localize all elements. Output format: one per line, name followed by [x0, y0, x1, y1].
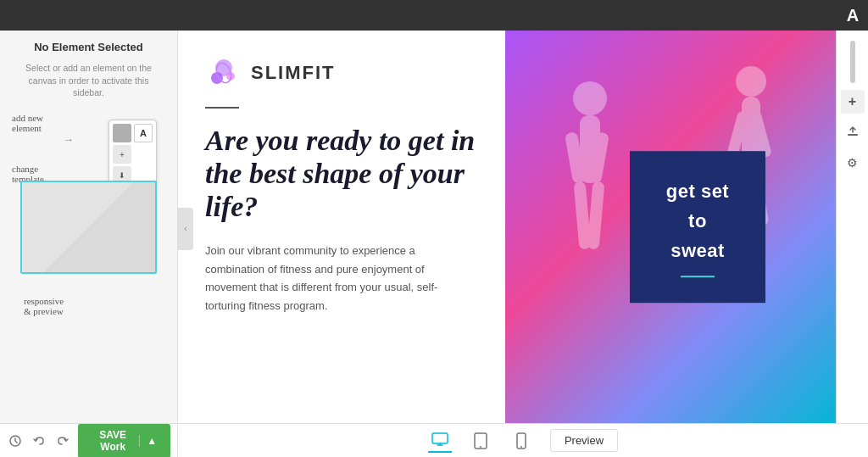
svg-point-4 — [573, 81, 607, 115]
arrow-add: → — [63, 133, 74, 146]
text-section: SLIMFIT Are you ready to get in the best… — [178, 31, 505, 423]
svg-point-20 — [480, 446, 481, 448]
top-bar: A — [0, 0, 868, 31]
redo-icon[interactable] — [54, 431, 71, 451]
cta-line1: get set — [647, 176, 748, 206]
canvas-preview-inner — [22, 182, 155, 272]
preview-button[interactable]: Preview — [550, 429, 618, 452]
cta-line2: to — [647, 206, 748, 236]
brand-logo: SLIMFIT — [205, 54, 478, 92]
svg-rect-9 — [587, 181, 605, 250]
desktop-device-icon[interactable] — [428, 429, 452, 453]
bottom-left: SAVE Work ▲ — [0, 424, 178, 458]
cta-underline — [681, 276, 715, 277]
svg-rect-16 — [848, 134, 858, 136]
sidebar-hint: Select or add an element on the canvas i… — [12, 62, 165, 99]
sidebar: No Element Selected Select or add an ele… — [0, 31, 178, 423]
brand-svg-icon — [205, 54, 242, 92]
collapse-handle[interactable]: ‹ — [178, 208, 193, 250]
add-tool-icon[interactable]: + — [841, 90, 865, 114]
brand-icon-top: A — [837, 0, 868, 31]
mobile-device-icon[interactable] — [509, 429, 533, 453]
upload-tool-icon[interactable] — [841, 120, 865, 144]
annotation-add-element: add new element — [12, 113, 43, 133]
scrollbar-thumb[interactable] — [850, 41, 855, 83]
save-arrow-icon[interactable]: ▲ — [139, 435, 157, 447]
tools-panel: + ⚙ — [836, 31, 868, 423]
right-panel: SLIMFIT Are you ready to get in the best… — [178, 31, 868, 423]
image-section: get set to sweat — [505, 31, 836, 423]
bottom-center: Preview — [178, 429, 868, 453]
toolbar-row-1: A — [113, 124, 153, 142]
brand-name: SLIMFIT — [251, 62, 336, 84]
canvas-preview[interactable] — [20, 181, 157, 274]
plus-btn[interactable]: + — [113, 145, 131, 164]
main-area: No Element Selected Select or add an ele… — [0, 31, 868, 423]
sidebar-title: No Element Selected — [12, 41, 165, 53]
divider-line — [205, 107, 239, 109]
headline: Are you ready to get in the best shape o… — [205, 124, 478, 223]
cta-line3: sweat — [647, 236, 748, 265]
save-work-label: SAVE Work — [92, 429, 134, 453]
bottom-bar: SAVE Work ▲ Preview — [0, 423, 868, 457]
page-content: SLIMFIT Are you ready to get in the best… — [178, 31, 836, 423]
shape-icon — [113, 124, 131, 142]
svg-point-22 — [520, 446, 522, 448]
history-icon[interactable] — [7, 431, 24, 451]
toolbar-row-2: + — [113, 145, 153, 164]
sidebar-annotations: A + ⬇ add new element change template → … — [12, 113, 165, 316]
gear-tool-icon[interactable]: ⚙ — [841, 151, 865, 175]
tablet-device-icon[interactable] — [469, 429, 492, 453]
canvas-area[interactable]: SLIMFIT Are you ready to get in the best… — [178, 31, 836, 423]
annotation-responsive: responsive & preview — [24, 296, 64, 316]
save-work-button[interactable]: SAVE Work ▲ — [78, 424, 170, 458]
letter-btn[interactable]: A — [134, 124, 153, 142]
svg-rect-18 — [432, 433, 448, 443]
preview-label: Preview — [565, 434, 604, 447]
svg-point-10 — [736, 66, 766, 97]
body-text: Join our vibrant community to experience… — [205, 242, 476, 315]
mini-toolbar: A + ⬇ — [108, 120, 157, 189]
cta-box: get set to sweat — [630, 151, 765, 304]
undo-icon[interactable] — [31, 431, 47, 451]
